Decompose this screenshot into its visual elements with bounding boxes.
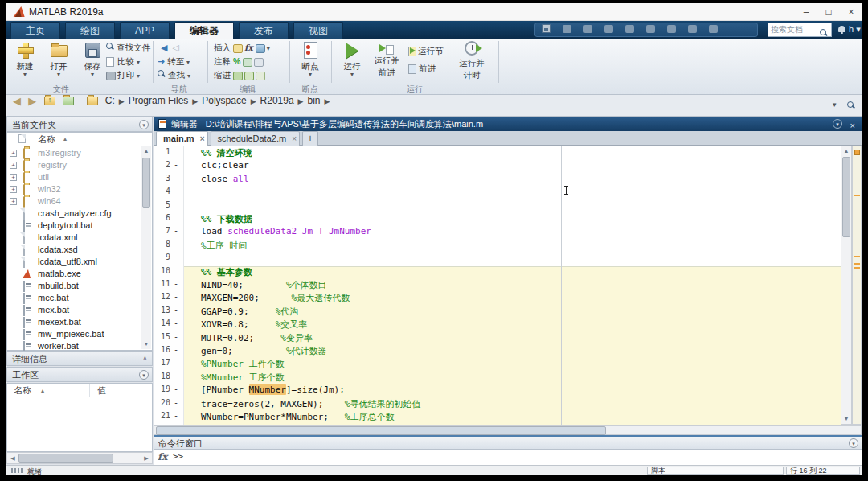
minimize-button[interactable]: – — [796, 5, 817, 19]
cut-icon[interactable] — [556, 24, 577, 37]
scroll-up-icon[interactable]: ▲ — [841, 146, 851, 156]
run-button[interactable]: 运行▾ — [338, 41, 366, 83]
file-item-win64[interactable]: +win64 — [7, 195, 141, 208]
file-item-m3iregistry[interactable]: +m3iregistry — [7, 147, 141, 159]
advance-button[interactable]: 前进 — [408, 63, 436, 75]
expander-icon[interactable]: + — [10, 174, 17, 181]
comment-button[interactable]: 注释 % — [214, 56, 265, 68]
breadcrumb-segment[interactable]: C: — [104, 95, 117, 106]
expander-icon[interactable]: + — [10, 150, 17, 157]
browse-folder-icon[interactable] — [63, 97, 74, 105]
find-files-button[interactable]: 查找文件 — [106, 42, 150, 54]
panel-menu-icon[interactable]: ▾ — [139, 120, 149, 130]
workspace-hscrollbar[interactable]: ◀ ▶ — [6, 452, 153, 464]
editor-tab-scheduleData2.m[interactable]: scheduleData2.m× — [211, 131, 301, 146]
warning-mark[interactable] — [854, 195, 860, 196]
file-item-mbuild.bat[interactable]: mbuild.bat — [7, 280, 141, 292]
options-icon[interactable] — [702, 24, 723, 37]
expander-icon[interactable]: + — [10, 162, 17, 169]
ribbon-tab-编辑器[interactable]: 编辑器 — [174, 22, 234, 39]
indent-button[interactable]: 缩进 — [214, 69, 267, 81]
breadcrumb-segment[interactable]: Program Files — [127, 95, 190, 106]
code-editor[interactable]: 1%% 清空环境2-clc;clear3-close all456%% 下载数据… — [154, 146, 841, 425]
ribbon-tab-APP[interactable]: APP — [120, 22, 170, 39]
tab-close-icon[interactable]: × — [292, 132, 297, 146]
warning-mark[interactable] — [854, 267, 860, 269]
file-item-lcdata.xml[interactable]: lcdata.xml — [7, 232, 141, 244]
scroll-up-icon[interactable]: ▲ — [141, 146, 151, 156]
collapse-icon[interactable]: ˄ — [143, 352, 147, 366]
file-item-mex.bat[interactable]: mex.bat — [7, 304, 141, 316]
link-icon[interactable] — [661, 24, 682, 37]
scroll-thumb[interactable] — [842, 157, 850, 237]
undo-icon[interactable] — [619, 24, 640, 37]
compare-button[interactable]: 比较 ▾ — [106, 56, 140, 68]
file-item-lcdata.xsd[interactable]: lcdata.xsd — [7, 244, 141, 256]
scroll-thumb[interactable] — [18, 454, 113, 462]
file-item-mw_mpiexec.bat[interactable]: mw_mpiexec.bat — [7, 328, 141, 340]
command-window-menu-icon[interactable]: ▾ — [849, 438, 858, 448]
file-item-mexext.bat[interactable]: mexext.bat — [7, 316, 141, 328]
goto-button[interactable]: ➜ 转至 ▾ — [158, 56, 190, 68]
scroll-down-icon[interactable]: ▼ — [841, 414, 851, 424]
user-menu[interactable]: h ▾ — [849, 24, 861, 35]
workspace-columns[interactable]: 名称 ▴ 值 — [6, 383, 153, 397]
name-column-header[interactable]: 名称 ▴ — [7, 133, 152, 146]
paste-icon[interactable] — [598, 24, 619, 37]
forward-button[interactable]: ◁ — [172, 43, 178, 52]
scroll-right-icon[interactable]: ▶ — [141, 454, 151, 463]
editor-vscrollbar[interactable]: ▲ ▼ — [841, 146, 852, 425]
expander-icon[interactable]: + — [10, 186, 17, 193]
back-button[interactable]: ◀ ◁ — [161, 42, 179, 54]
file-item-win32[interactable]: +win32 — [7, 183, 141, 195]
scroll-left-icon[interactable]: ◀ — [8, 454, 18, 463]
file-item-crash_analyzer.cfg[interactable]: crash_analyzer.cfg — [7, 208, 141, 220]
file-item-mcc.bat[interactable]: mcc.bat — [7, 292, 141, 304]
close-button[interactable]: × — [841, 5, 862, 19]
command-prompt[interactable]: >> — [173, 451, 183, 462]
warning-mark[interactable] — [854, 256, 860, 257]
file-item-lcdata_utf8.xml[interactable]: lcdata_utf8.xml — [7, 256, 141, 268]
save-button[interactable]: 保存▾ — [77, 41, 108, 83]
new-tab-button[interactable]: + — [302, 131, 318, 146]
run-and-time-button[interactable]: 运行并 计时 — [455, 41, 489, 83]
warning-mark[interactable] — [854, 263, 860, 265]
file-list-scrollbar[interactable]: ▲ ▼ — [141, 146, 151, 349]
folder-up-icon[interactable]: ↑ — [44, 97, 55, 105]
insert-button[interactable]: 插入 fx ▾ — [214, 42, 270, 54]
workspace-panel-header[interactable]: 工作区 ▾ — [6, 367, 153, 382]
file-item-registry[interactable]: +registry — [7, 159, 141, 171]
editor-hscrollbar[interactable] — [154, 425, 862, 435]
ribbon-tab-发布[interactable]: 发布 — [239, 22, 289, 39]
details-panel-header[interactable]: 详细信息 ˄ — [6, 351, 153, 366]
workspace-menu-icon[interactable]: ▾ — [139, 370, 149, 380]
save-icon[interactable] — [535, 24, 556, 37]
scroll-down-icon[interactable]: ▼ — [141, 339, 151, 349]
scroll-thumb[interactable] — [142, 158, 150, 208]
notification-bell-icon[interactable] — [838, 26, 845, 32]
command-window-header[interactable]: 命令行窗口 ▾ — [154, 435, 862, 450]
ribbon-tab-视图[interactable]: 视图 — [293, 22, 343, 39]
print-button[interactable]: 打印 ▾ — [106, 69, 140, 81]
command-window[interactable]: fx >> — [154, 450, 862, 465]
expander-icon[interactable]: + — [10, 198, 17, 205]
open-button[interactable]: 打开▾ — [43, 41, 74, 83]
file-item-util[interactable]: +util — [7, 171, 141, 183]
run-section-button[interactable]: 运行节 — [408, 45, 444, 57]
editor-menu-icon[interactable]: ▾ — [833, 119, 842, 129]
file-item-deploytool.bat[interactable]: deploytool.bat — [7, 220, 141, 232]
tab-close-icon[interactable]: × — [200, 132, 205, 146]
new-button[interactable]: 新建▾ — [10, 41, 40, 83]
copy-icon[interactable] — [577, 24, 598, 37]
nav-back-icon[interactable]: ◀ — [13, 95, 21, 107]
nav-forward-icon[interactable]: ▶ — [28, 95, 36, 107]
help-icon[interactable] — [682, 24, 702, 37]
breadcrumb-segment[interactable]: bin — [306, 95, 322, 106]
find-button[interactable]: 查找 ▾ — [158, 69, 190, 81]
redo-icon[interactable] — [640, 24, 661, 37]
editor-tab-main.m[interactable]: main.m× — [156, 131, 208, 146]
warning-summary-icon[interactable] — [854, 150, 860, 155]
scroll-thumb[interactable] — [156, 426, 606, 435]
file-item-matlab.exe[interactable]: matlab.exe — [7, 268, 141, 280]
address-dropdown-icon[interactable]: ▾ — [833, 101, 837, 109]
